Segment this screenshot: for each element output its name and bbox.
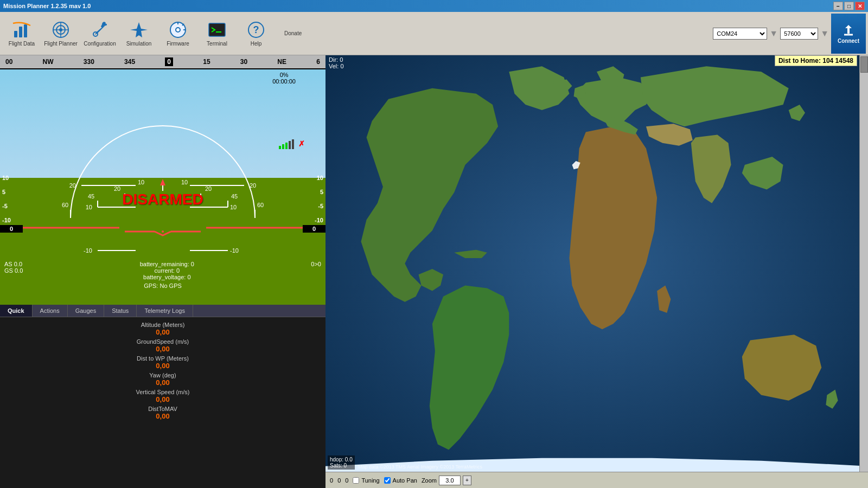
gps-bar-2 bbox=[282, 144, 284, 149]
svg-text:10: 10 bbox=[86, 204, 92, 210]
gps-bar-4 bbox=[289, 141, 291, 149]
configuration-label: Configuration bbox=[84, 41, 116, 47]
groundspeed-value: 0.0 bbox=[15, 267, 23, 274]
close-button[interactable]: ✕ bbox=[855, 2, 865, 10]
map-topbar: Dir: 0 Vel: 0 bbox=[326, 55, 347, 70]
yaw-label: Yaw (deg) bbox=[0, 372, 326, 378]
groundspeed-label-t: GroundSpeed (m/s) bbox=[0, 338, 326, 345]
horizon-lines bbox=[0, 226, 326, 229]
airspeed-display: AS 0.0 GS 0.0 bbox=[4, 261, 23, 274]
zoom-input[interactable] bbox=[439, 476, 461, 485]
toolbar-right: COM24 COM1 COM2 ▼ 57600 9600 115200 ▼ Co… bbox=[713, 14, 866, 54]
heading-mark: 345 bbox=[124, 58, 135, 66]
donate-label: Donate bbox=[284, 30, 302, 36]
zoom-label: Zoom bbox=[422, 477, 437, 484]
com-dropdown-icon: ▼ bbox=[769, 29, 778, 38]
airspeed-label: AS bbox=[4, 261, 12, 267]
flight-data-button[interactable]: Flight Data bbox=[2, 14, 41, 54]
left-panel: 00 NW 330 345 0 15 30 NE 6 bbox=[0, 55, 326, 488]
svg-rect-0 bbox=[14, 31, 17, 37]
yaw-value: 0,00 bbox=[0, 378, 326, 387]
distmav-value: 0,00 bbox=[0, 412, 326, 420]
scrollbar-thumb[interactable] bbox=[860, 56, 868, 73]
heading-mark: 6 bbox=[316, 58, 320, 66]
main-content: 00 NW 330 345 0 15 30 NE 6 bbox=[0, 55, 868, 488]
tab-status[interactable]: Status bbox=[104, 305, 137, 317]
flight-planner-button[interactable]: Flight Planner bbox=[41, 14, 80, 54]
zoom-increment-button[interactable]: + bbox=[463, 476, 471, 485]
dist-home-label: Dist to Home: bbox=[778, 57, 821, 65]
map-copyright: Map data ©2013 TMS Aerial Imagery ©2013 … bbox=[358, 464, 857, 470]
map-scrollbar[interactable] bbox=[859, 55, 868, 472]
tab-actions[interactable]: Actions bbox=[33, 305, 68, 317]
baud-dropdown-icon: ▼ bbox=[820, 29, 829, 38]
right-scale: 10 5 -5 -10 bbox=[315, 175, 323, 223]
battery-info: battery_remaining: 0 current: 0 battery_… bbox=[140, 261, 194, 280]
svg-text:20: 20 bbox=[250, 182, 256, 189]
svg-text:-10: -10 bbox=[230, 247, 239, 254]
terminal-button[interactable]: Terminal bbox=[197, 14, 237, 54]
simulation-button[interactable]: Simulation bbox=[119, 14, 158, 54]
world-map-display[interactable]: hdop: 0.0 Sats: 0 Map data ©2013 TMS Aer… bbox=[326, 55, 868, 472]
dir-indicator: Dir: 0 bbox=[329, 56, 344, 63]
auto-pan-checkbox[interactable] bbox=[384, 477, 391, 484]
connect-icon bbox=[841, 23, 856, 38]
map-bottombar: 0 0 0 Tuning Auto Pan Zoom + bbox=[326, 472, 868, 488]
battery-voltage: battery_voltage: 0 bbox=[140, 274, 194, 280]
flight-data-label: Flight Data bbox=[9, 41, 35, 47]
tab-quick[interactable]: Quick bbox=[0, 305, 33, 317]
donate-button[interactable]: Donate bbox=[280, 14, 306, 54]
connect-button[interactable]: Connect bbox=[831, 14, 866, 54]
tuning-checkbox[interactable] bbox=[353, 477, 359, 484]
target-icon bbox=[51, 20, 71, 40]
vspeed-label: Vertical Speed (m/s) bbox=[0, 389, 326, 395]
chart-icon bbox=[12, 20, 31, 40]
tuning-item: Tuning bbox=[353, 477, 379, 484]
heading-mark: 30 bbox=[240, 58, 247, 66]
firmware-label: Firmware bbox=[167, 41, 189, 47]
svg-rect-11 bbox=[209, 23, 225, 36]
com-port-select[interactable]: COM24 COM1 COM2 bbox=[713, 28, 767, 40]
vel-indicator: Vel: 0 bbox=[329, 63, 344, 69]
groundspeed-label: GS bbox=[4, 267, 13, 274]
auto-pan-item: Auto Pan bbox=[384, 477, 417, 484]
minimize-button[interactable]: − bbox=[833, 2, 843, 10]
heading-mark: 330 bbox=[84, 58, 94, 66]
svg-rect-1 bbox=[19, 27, 22, 37]
maximize-button[interactable]: □ bbox=[844, 2, 854, 10]
telemetry-dist-wp: Dist to WP (Meters) 0,00 bbox=[0, 355, 326, 370]
toolbar: Flight Data Flight Planner Configuration bbox=[0, 12, 868, 55]
terminal-icon bbox=[207, 20, 227, 40]
connect-label: Connect bbox=[838, 38, 859, 44]
gps-status: GPS: No GPS bbox=[144, 282, 182, 289]
tab-gauges[interactable]: Gauges bbox=[68, 305, 105, 317]
firmware-button[interactable]: Firmware bbox=[158, 14, 197, 54]
auto-pan-label: Auto Pan bbox=[393, 477, 417, 484]
heading-marks: 00 NW 330 345 0 15 30 NE 6 bbox=[0, 57, 326, 66]
gps-status-display: GPS: No GPS bbox=[4, 282, 321, 289]
toolbar-buttons: Flight Data Flight Planner Configuration bbox=[2, 14, 276, 54]
dist-wp-value: 0,00 bbox=[0, 362, 326, 370]
hdop-value: hdop: 0.0 bbox=[330, 457, 353, 463]
flight-planner-label: Flight Planner bbox=[44, 41, 78, 47]
gps-bar-5 bbox=[292, 139, 294, 149]
heading-mark: NE bbox=[277, 58, 286, 66]
configuration-button[interactable]: Configuration bbox=[80, 14, 119, 54]
distmav-label: DistToMAV bbox=[0, 406, 326, 412]
coord-1: 0 bbox=[330, 477, 333, 484]
coord-3: 0 bbox=[345, 477, 348, 484]
wrench-icon bbox=[90, 20, 110, 40]
hud-telemetry-bottom: AS 0.0 GS 0.0 battery_remaining: 0 curre… bbox=[0, 259, 326, 305]
groundspeed-value-t: 0,00 bbox=[0, 345, 326, 353]
plane-icon bbox=[129, 20, 149, 40]
help-button[interactable]: ? Help bbox=[237, 14, 276, 54]
map-hdop-sats: hdop: 0.0 Sats: 0 bbox=[328, 455, 355, 470]
tab-telemetry-logs[interactable]: Telemetry Logs bbox=[137, 305, 193, 317]
baud-rate-select[interactable]: 57600 9600 115200 bbox=[780, 28, 818, 40]
heading-tape: 00 NW 330 345 0 15 30 NE 6 bbox=[0, 55, 326, 69]
dist-to-home: Dist to Home: 104 14548 bbox=[775, 55, 857, 66]
telemetry-yaw: Yaw (deg) 0,00 bbox=[0, 372, 326, 387]
current-info: current: 0 bbox=[140, 267, 194, 274]
disarmed-text: DISARMED bbox=[122, 191, 203, 208]
telemetry-altitude: Altitude (Meters) 0,00 bbox=[0, 322, 326, 336]
